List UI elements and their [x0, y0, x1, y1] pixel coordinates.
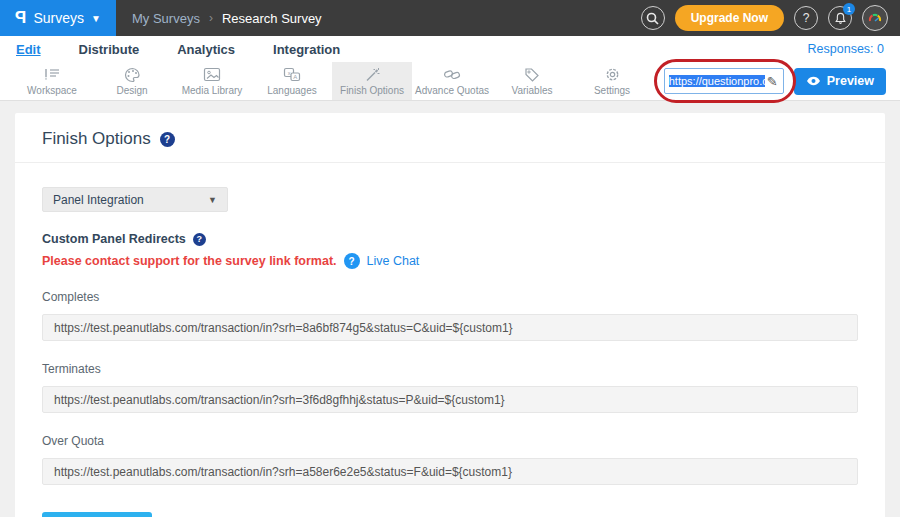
- account-avatar[interactable]: [862, 5, 888, 31]
- palette-icon: [124, 66, 141, 83]
- preview-button[interactable]: Preview: [794, 68, 886, 95]
- translate-icon: Ax: [283, 66, 301, 83]
- terminates-label: Terminates: [42, 362, 858, 376]
- gear-icon: [604, 66, 621, 83]
- completes-label: Completes: [42, 290, 858, 304]
- tag-icon: [524, 66, 540, 83]
- toolbar-item-finish-options[interactable]: Finish Options: [332, 62, 412, 100]
- card-header: Finish Options ?: [15, 113, 885, 163]
- redirects-help-icon[interactable]: ?: [193, 233, 206, 246]
- survey-nav-tabs: Edit Distribute Analytics Integration Re…: [0, 36, 900, 62]
- gauge-icon: [866, 9, 884, 27]
- terminates-url-input[interactable]: [42, 386, 858, 413]
- toolbar-item-languages[interactable]: Ax Languages: [252, 62, 332, 100]
- chain-link-icon: [443, 66, 461, 83]
- eye-icon: [806, 76, 821, 86]
- workspace-icon: [43, 66, 61, 83]
- breadcrumb-separator-icon: ›: [209, 11, 213, 25]
- main-content: Finish Options ? Panel Integration ▼ Cus…: [0, 101, 900, 517]
- edit-toolbar: Workspace Design Media Library Ax Langua…: [0, 62, 900, 101]
- terminates-field-group: Terminates: [42, 362, 858, 413]
- top-bar: P Surveys ▼ My Surveys › Research Survey…: [0, 0, 900, 36]
- search-icon: [646, 12, 659, 25]
- breadcrumb-my-surveys[interactable]: My Surveys: [132, 11, 200, 26]
- toolbar-right: https://questionpro.com/t/A ✎ Preview: [664, 62, 900, 100]
- over-quota-label: Over Quota: [42, 434, 858, 448]
- survey-link-input[interactable]: https://questionpro.com/t/A ✎: [664, 68, 784, 94]
- svg-text:x: x: [288, 70, 291, 76]
- toolbar-item-advance-quotas[interactable]: Advance Quotas: [412, 62, 492, 100]
- card-body: Panel Integration ▼ Custom Panel Redirec…: [15, 163, 885, 517]
- responses-count[interactable]: Responses: 0: [808, 42, 884, 56]
- notifications-button[interactable]: 1: [828, 6, 852, 30]
- chevron-down-icon: ▼: [91, 13, 101, 24]
- tab-integration[interactable]: Integration: [273, 42, 340, 57]
- topbar-actions: Upgrade Now ? 1: [641, 0, 900, 36]
- section-label: Custom Panel Redirects: [42, 232, 186, 246]
- questionpro-logo-icon: P: [15, 8, 26, 28]
- custom-panel-redirects-row: Custom Panel Redirects ?: [42, 232, 858, 246]
- support-note-row: Please contact support for the survey li…: [42, 253, 858, 269]
- tab-edit[interactable]: Edit: [16, 42, 41, 57]
- question-mark-icon: ?: [803, 11, 810, 25]
- support-note-text: Please contact support for the survey li…: [42, 254, 337, 268]
- svg-text:A: A: [293, 74, 297, 80]
- toolbar-item-media-library[interactable]: Media Library: [172, 62, 252, 100]
- toolbar-item-settings[interactable]: Settings: [572, 62, 652, 100]
- tab-analytics[interactable]: Analytics: [177, 42, 235, 57]
- toolbar-item-design[interactable]: Design: [92, 62, 172, 100]
- over-quota-field-group: Over Quota: [42, 434, 858, 485]
- over-quota-url-input[interactable]: [42, 458, 858, 485]
- save-changes-button[interactable]: Save Changes: [42, 512, 152, 517]
- image-icon: [203, 66, 221, 83]
- toolbar-item-variables[interactable]: Variables: [492, 62, 572, 100]
- upgrade-now-button[interactable]: Upgrade Now: [675, 5, 784, 31]
- live-chat-icon[interactable]: ?: [344, 253, 360, 269]
- survey-link-selected-text: https://questionpro.com/t/A: [669, 75, 765, 87]
- magic-wand-icon: [364, 66, 381, 83]
- breadcrumb: My Surveys › Research Survey: [132, 0, 322, 36]
- help-button[interactable]: ?: [794, 6, 818, 30]
- panel-integration-dropdown[interactable]: Panel Integration ▼: [42, 187, 228, 212]
- product-name: Surveys: [33, 10, 84, 26]
- edit-pencil-icon[interactable]: ✎: [767, 74, 778, 89]
- surveys-product-menu[interactable]: P Surveys ▼: [0, 0, 116, 36]
- search-button[interactable]: [641, 6, 665, 30]
- tab-distribute[interactable]: Distribute: [79, 42, 140, 57]
- breadcrumb-current-survey: Research Survey: [222, 11, 322, 26]
- dropdown-selected-value: Panel Integration: [53, 193, 144, 207]
- notification-badge: 1: [843, 3, 855, 15]
- toolbar-item-workspace[interactable]: Workspace: [12, 62, 92, 100]
- completes-field-group: Completes: [42, 290, 858, 341]
- finish-options-card: Finish Options ? Panel Integration ▼ Cus…: [15, 113, 885, 517]
- live-chat-link[interactable]: Live Chat: [367, 254, 420, 268]
- completes-url-input[interactable]: [42, 314, 858, 341]
- page-title: Finish Options: [42, 129, 151, 149]
- chevron-down-icon: ▼: [208, 195, 217, 205]
- finish-options-help-icon[interactable]: ?: [160, 132, 175, 147]
